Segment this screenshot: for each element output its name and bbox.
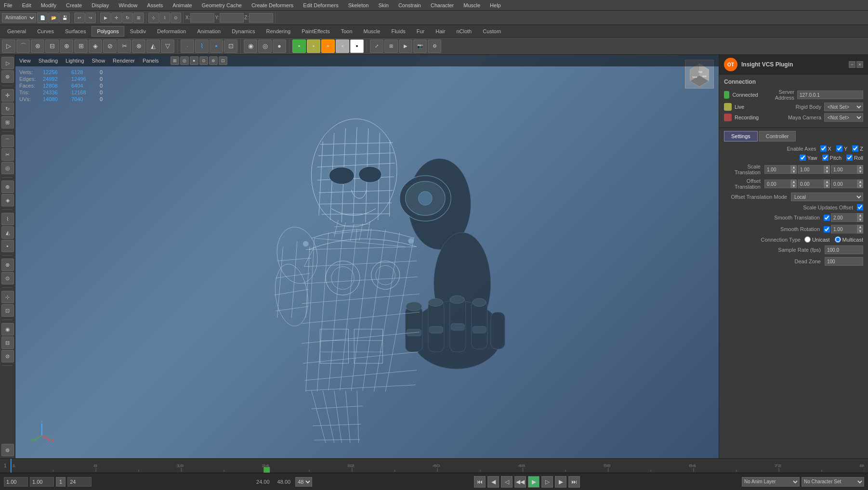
rigid-body-select[interactable]: <Not Set> <box>824 103 863 111</box>
undo-btn[interactable]: ↩ <box>74 13 85 23</box>
menu-modify[interactable]: Modify <box>39 1 58 9</box>
next-frame-btn[interactable]: ▶ <box>555 476 566 488</box>
save-file-btn[interactable]: 💾 <box>59 13 70 23</box>
offset-y-input[interactable] <box>798 180 824 188</box>
icon-settings[interactable]: ⚙ <box>428 39 441 53</box>
smooth-trans-input[interactable] <box>831 213 857 222</box>
tab-muscle[interactable]: Muscle <box>358 26 386 37</box>
scale-x-up[interactable]: ▲ <box>791 165 797 169</box>
axis-x-check[interactable]: X <box>820 145 831 152</box>
snap-grid-btn[interactable]: ⊹ <box>148 13 159 23</box>
viewport-show-menu[interactable]: Show <box>92 58 105 64</box>
tab-subdiv[interactable]: Subdiv <box>125 26 152 37</box>
icon-poke[interactable]: ⊗ <box>132 39 145 53</box>
tab-custom[interactable]: Custom <box>477 26 506 37</box>
axis-z-checkbox[interactable] <box>852 145 858 152</box>
mode-select[interactable]: Animation Modeling Rigging <box>2 13 36 23</box>
icon-display-solid[interactable]: ● <box>273 39 286 53</box>
vp-tb-3[interactable]: ● <box>190 56 198 65</box>
coord-z[interactable] <box>249 13 273 23</box>
vp-tb-5[interactable]: ⊚ <box>209 56 218 65</box>
offset-z-up[interactable]: ▲ <box>857 180 863 184</box>
controller-tab[interactable]: Controller <box>759 131 796 142</box>
offset-z-input[interactable] <box>831 180 857 188</box>
smooth-rot-down[interactable]: ▼ <box>857 229 863 233</box>
viewport-area[interactable]: View Shading Lighting Show Renderer Pane… <box>15 55 719 458</box>
icon-split[interactable]: ⊘ <box>103 39 117 53</box>
icon-merge[interactable]: ⊕ <box>60 39 73 53</box>
tab-hair[interactable]: Hair <box>430 26 450 37</box>
axis-roll-checkbox[interactable] <box>846 155 853 161</box>
menu-window[interactable]: Window <box>117 1 139 9</box>
menu-animate[interactable]: Animate <box>171 1 194 9</box>
icon-color3[interactable]: ▪ <box>321 39 335 53</box>
axis-y-checkbox[interactable] <box>836 145 842 152</box>
lt-poly-tool[interactable]: ▪ <box>1 240 14 252</box>
scale-z-up[interactable]: ▲ <box>857 165 863 169</box>
icon-bevel[interactable]: ◈ <box>89 39 102 53</box>
vp-tb-wireframe[interactable]: ⊡ <box>219 56 227 65</box>
vp-tb-2[interactable]: ◎ <box>180 56 189 65</box>
scale-z-down[interactable]: ▼ <box>857 169 863 174</box>
lt-snap[interactable]: ⊡ <box>1 304 14 317</box>
menu-help[interactable]: Help <box>488 1 503 9</box>
smooth-trans-up[interactable]: ▲ <box>857 213 863 218</box>
menu-assets[interactable]: Assets <box>145 1 165 9</box>
lt-lasso[interactable]: ⌒ <box>1 135 14 147</box>
icon-color5[interactable]: ▪ <box>350 39 364 53</box>
offset-y-up[interactable]: ▲ <box>824 180 830 184</box>
panel-close-btn[interactable]: × <box>856 61 863 68</box>
prev-key-btn[interactable]: ◁ <box>501 476 513 488</box>
new-file-btn[interactable]: 📄 <box>37 13 48 23</box>
smooth-trans-checkbox[interactable] <box>824 215 830 221</box>
icon-lasso[interactable]: ⌒ <box>16 39 30 53</box>
smooth-rot-up[interactable]: ▲ <box>857 225 863 229</box>
icon-uv[interactable]: ⊡ <box>224 39 237 53</box>
axis-z-check[interactable]: Z <box>852 145 863 152</box>
menu-geometry-cache[interactable]: Geometry Cache <box>200 1 244 9</box>
playback-start-field[interactable] <box>4 477 28 487</box>
play-back-btn[interactable]: ◀◀ <box>514 476 526 488</box>
anim-layer-select[interactable]: No Anim Layer <box>742 477 800 487</box>
coord-x[interactable] <box>190 13 214 23</box>
lt-show-manip[interactable]: ⊕ <box>1 181 14 193</box>
lt-paint[interactable]: ⊛ <box>1 70 14 83</box>
offset-mode-select[interactable]: Local World <box>791 193 863 201</box>
viewport-shading-menu[interactable]: Shading <box>39 58 58 64</box>
offset-z-down[interactable]: ▼ <box>857 184 863 188</box>
tab-dynamics[interactable]: Dynamics <box>226 26 260 37</box>
lt-select[interactable]: ▷ <box>1 57 14 69</box>
menu-skin[interactable]: Skin <box>376 1 390 9</box>
lt-extra2[interactable]: ⊟ <box>1 336 14 349</box>
settings-tab[interactable]: Settings <box>724 131 758 142</box>
icon-edge[interactable]: ⌇ <box>195 39 209 53</box>
viewport-view-menu[interactable]: View <box>19 58 31 64</box>
axis-yaw-checkbox[interactable] <box>800 155 806 161</box>
lt-surface-tool[interactable]: ◭ <box>1 226 14 239</box>
scale-x-input[interactable] <box>764 165 791 174</box>
axis-x-checkbox[interactable] <box>820 145 827 152</box>
icon-display-wire[interactable]: ◎ <box>258 39 272 53</box>
maya-camera-select[interactable]: <Not Set> <box>824 113 863 122</box>
icon-wedge[interactable]: ◭ <box>146 39 160 53</box>
tab-ncloth[interactable]: nCloth <box>451 26 477 37</box>
icon-move-arrows[interactable]: ⤢ <box>370 39 383 53</box>
scale-updates-checkbox[interactable] <box>857 204 863 210</box>
tab-surfaces[interactable]: Surfaces <box>60 26 91 37</box>
lt-curve-tool[interactable]: ⌇ <box>1 213 14 225</box>
server-address-input[interactable] <box>797 90 863 99</box>
menu-create[interactable]: Create <box>64 1 84 9</box>
icon-bridge[interactable]: ⊞ <box>74 39 88 53</box>
multicast-radio[interactable] <box>835 236 841 243</box>
tab-fluids[interactable]: Fluids <box>386 26 410 37</box>
menu-edit[interactable]: Edit <box>20 1 33 9</box>
snap-curve-btn[interactable]: ⌇ <box>159 13 170 23</box>
tab-curves[interactable]: Curves <box>32 26 59 37</box>
frame-indicator[interactable]: 1 <box>56 477 66 487</box>
redo-btn[interactable]: ↪ <box>85 13 96 23</box>
icon-color2[interactable]: ▪ <box>307 39 320 53</box>
icon-face[interactable]: ▪ <box>210 39 223 53</box>
unicast-radio[interactable] <box>804 236 811 243</box>
icon-color4[interactable]: ▪ <box>336 39 349 53</box>
offset-x-input[interactable] <box>764 180 791 188</box>
